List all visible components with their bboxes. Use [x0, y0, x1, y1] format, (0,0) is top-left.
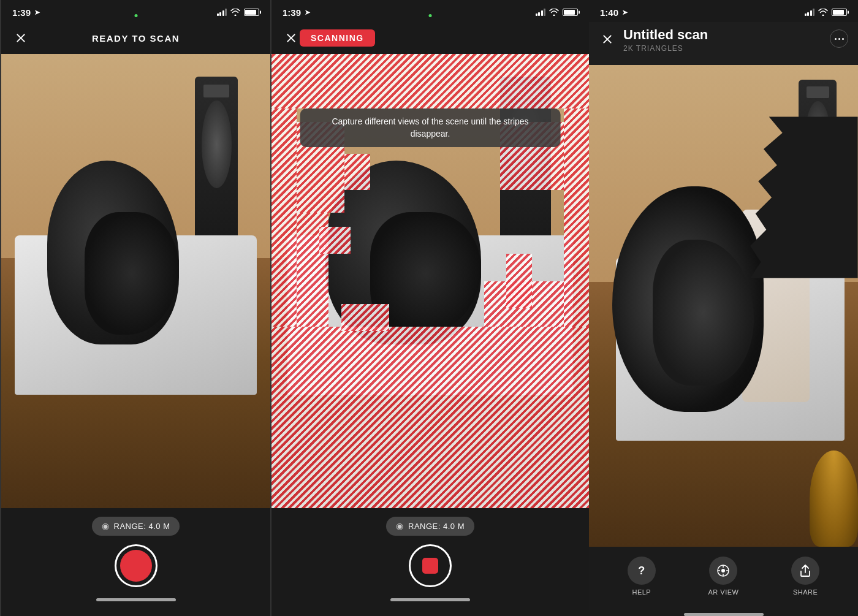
panel3-bottom-bar: ? HELP AR VIEW — [589, 547, 858, 610]
range-icon-1: ◉ — [102, 521, 109, 531]
status-icons-3 — [805, 9, 848, 16]
header-title-1: READY TO SCAN — [92, 33, 180, 44]
signal-dot-2 — [429, 14, 432, 17]
home-indicator-1 — [96, 598, 176, 601]
status-icons-2 — [536, 9, 579, 16]
record-button-2[interactable] — [409, 544, 452, 587]
record-button-1[interactable] — [115, 544, 158, 587]
status-bar-1: 1:39 ➤ — [1, 0, 270, 22]
scan-subtitle: 2K TRIANGLES — [623, 44, 830, 53]
signal-strength-3 — [805, 9, 815, 16]
location-icon-2: ➤ — [305, 9, 310, 17]
wifi-icon-2 — [549, 9, 559, 16]
range-text-2: RANGE: 4.0 M — [408, 522, 465, 531]
status-bar-2: 1:39 ➤ — [271, 0, 589, 22]
home-indicator-2 — [390, 598, 470, 601]
status-time-2: 1:39 ➤ — [283, 7, 310, 18]
battery-icon-2 — [563, 9, 578, 16]
range-text-1: RANGE: 4.0 M — [114, 522, 170, 531]
share-label: SHARE — [793, 588, 818, 596]
cat-body-1 — [28, 140, 216, 344]
range-control-1[interactable]: ◉ RANGE: 4.0 M — [92, 517, 180, 536]
range-control-2[interactable]: ◉ RANGE: 4.0 M — [386, 517, 474, 536]
status-time-3: 1:40 ➤ — [600, 7, 628, 18]
signal-strength-1 — [217, 9, 227, 16]
location-icon-1: ➤ — [34, 9, 40, 17]
more-options-button[interactable] — [830, 29, 848, 48]
hatch-top — [271, 54, 589, 108]
hatch-inner-c4 — [506, 254, 531, 308]
gold-cup-3 — [810, 451, 858, 547]
battery-icon-1 — [244, 9, 259, 16]
svg-point-1 — [721, 569, 725, 572]
hatch-inner-c3 — [341, 304, 389, 331]
panel3-header: Untitled scan 2K TRIANGLES — [589, 22, 858, 65]
scan-title: Untitled scan — [623, 27, 830, 43]
panel-scanning: 1:39 ➤ SCANNING — [271, 0, 589, 616]
hatch-bottom — [271, 327, 589, 508]
range-icon-2: ◉ — [396, 521, 403, 531]
wifi-icon-3 — [818, 9, 828, 16]
ar-view-label: AR VIEW — [708, 588, 739, 596]
signal-strength-2 — [536, 9, 546, 16]
hatch-left — [271, 108, 297, 327]
ar-view-action[interactable]: AR VIEW — [708, 557, 739, 596]
speaker-top-1 — [203, 85, 229, 97]
battery-icon-3 — [832, 9, 847, 16]
header-bar-1: READY TO SCAN — [1, 22, 270, 54]
status-icons-1 — [217, 9, 260, 16]
help-action[interactable]: ? HELP — [628, 557, 656, 596]
record-inner-2 — [422, 558, 438, 574]
wifi-icon-1 — [230, 9, 240, 16]
close-button-2[interactable] — [283, 29, 300, 47]
location-icon-3: ➤ — [622, 9, 628, 17]
camera-view-1 — [1, 54, 270, 508]
panel-ready-to-scan: 1:39 ➤ READY TO SCAN — [0, 0, 271, 616]
status-time-1: 1:39 ➤ — [12, 7, 40, 18]
help-label: HELP — [632, 588, 651, 596]
record-inner-1 — [120, 550, 152, 582]
hatch-inner-c1 — [344, 154, 370, 190]
bottom-controls-1: ◉ RANGE: 4.0 M — [1, 508, 270, 616]
header-bar-2: SCANNING — [271, 22, 589, 54]
signal-dot-1 — [134, 14, 137, 17]
scanning-badge: SCANNING — [300, 29, 375, 47]
close-button-1[interactable] — [12, 29, 29, 47]
status-bar-3: 1:40 ➤ — [589, 0, 858, 22]
panel-result: 1:40 ➤ Untitled scan 2K TRIANGLES — [589, 0, 858, 616]
close-button-3[interactable] — [599, 31, 616, 48]
torn-edge — [750, 65, 858, 330]
ar-view-icon — [709, 557, 737, 585]
home-indicator-3 — [684, 613, 764, 616]
hatch-inner-c2 — [319, 227, 351, 254]
camera-view-3 — [589, 65, 858, 547]
bottom-controls-2: ◉ RANGE: 4.0 M — [271, 508, 589, 616]
help-icon: ? — [628, 557, 656, 585]
share-icon — [791, 557, 819, 585]
hatch-right — [564, 108, 589, 327]
panel3-title-block: Untitled scan 2K TRIANGLES — [623, 27, 830, 53]
camera-view-2: Capture different views of the scene unt… — [271, 54, 589, 508]
scan-tooltip: Capture different views of the scene unt… — [300, 108, 561, 147]
share-action[interactable]: SHARE — [791, 557, 819, 596]
